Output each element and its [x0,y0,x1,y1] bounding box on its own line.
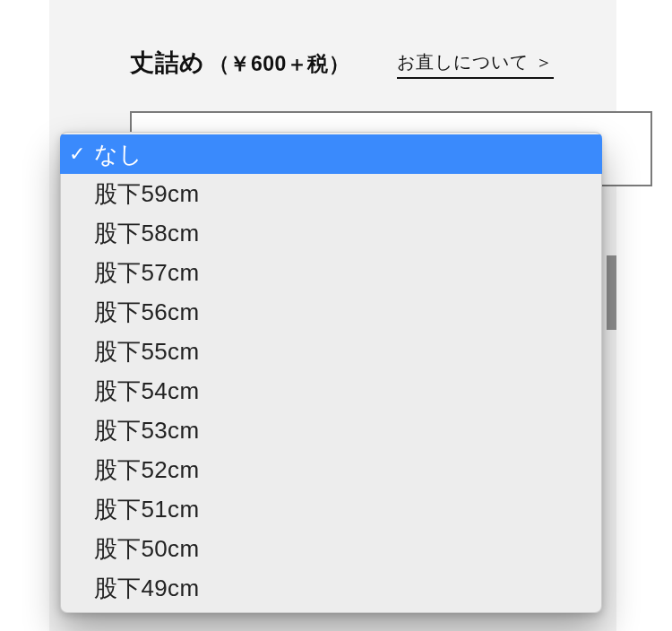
dropdown-option-label: 股下59cm [94,178,602,210]
dropdown-option-label: 股下57cm [94,257,602,289]
section-title-main: 丈詰め [130,49,205,76]
dropdown-option[interactable]: ✓股下55cm [60,332,602,371]
dropdown-option-label: 股下53cm [94,415,602,446]
dropdown-option[interactable]: ✓なし [60,134,602,174]
dropdown-option[interactable]: ✓股下57cm [60,253,602,292]
section-title: 丈詰め （￥600＋税） [130,47,349,79]
stage: 丈詰め （￥600＋税） お直しについて ＞ ✓なし✓股下59cm✓股下58cm… [0,0,672,631]
dropdown-option-label: 股下50cm [94,533,602,565]
dropdown-option-label: 股下54cm [94,376,602,407]
dropdown-option[interactable]: ✓股下58cm [60,213,602,253]
dropdown-option-label: 股下56cm [94,297,602,328]
section-title-sub: （￥600＋税） [209,52,349,75]
dropdown-option-label: 股下52cm [94,454,602,486]
about-alterations-link[interactable]: お直しについて ＞ [397,50,554,79]
dropdown-option[interactable]: ✓股下52cm [60,450,602,489]
dropdown-option-label: なし [94,139,602,170]
check-icon: ✓ [60,143,94,166]
dropdown-option[interactable]: ✓股下53cm [60,411,602,450]
section-header: 丈詰め （￥600＋税） お直しについて ＞ [130,47,554,79]
dropdown-option[interactable]: ✓股下50cm [60,529,602,568]
dropdown-option[interactable]: ✓股下59cm [60,174,602,213]
scrollbar-thumb[interactable] [607,255,616,330]
hem-length-dropdown[interactable]: ✓なし✓股下59cm✓股下58cm✓股下57cm✓股下56cm✓股下55cm✓股… [60,132,602,613]
dropdown-option[interactable]: ✓股下49cm [60,568,602,608]
dropdown-option-label: 股下51cm [94,494,602,525]
dropdown-option[interactable]: ✓股下54cm [60,371,602,411]
dropdown-option-label: 股下58cm [94,218,602,249]
dropdown-option[interactable]: ✓股下56cm [60,292,602,332]
dropdown-option-label: 股下55cm [94,336,602,367]
dropdown-option-label: 股下49cm [94,573,602,604]
dropdown-option[interactable]: ✓股下51cm [60,489,602,529]
